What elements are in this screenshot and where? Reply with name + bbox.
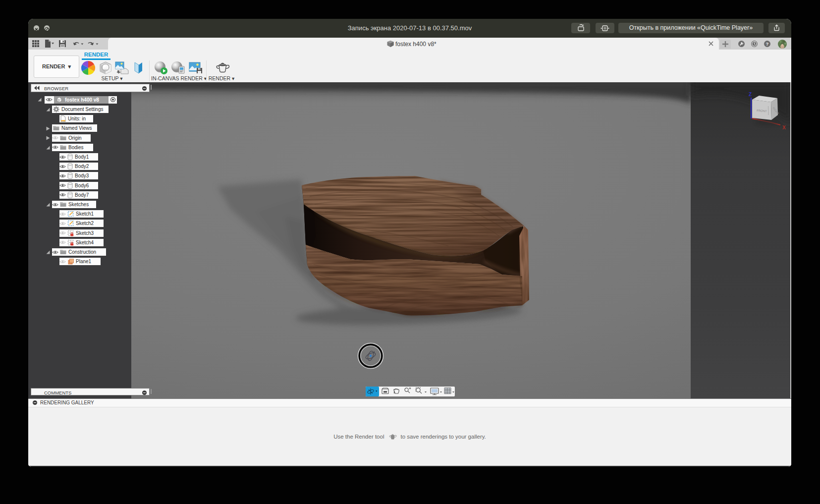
svg-text:Z: Z: [749, 92, 752, 97]
svg-text:?: ?: [766, 41, 769, 47]
svg-text:X: X: [782, 125, 786, 130]
